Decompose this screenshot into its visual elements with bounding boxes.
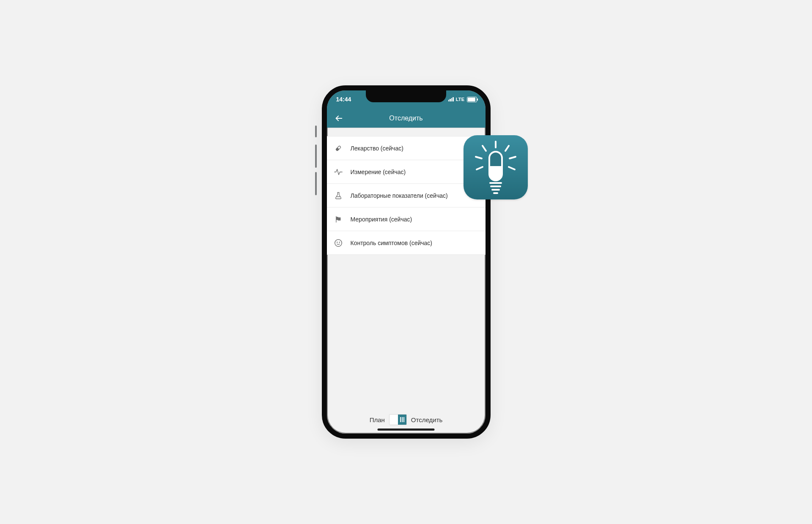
home-indicator[interactable] bbox=[378, 428, 435, 431]
svg-line-14 bbox=[509, 167, 515, 169]
svg-point-4 bbox=[339, 242, 340, 242]
row-medicine[interactable]: Лекарство (сейчас) bbox=[327, 136, 486, 160]
row-label: Лабораторные показатели (сейчас) bbox=[351, 192, 448, 199]
track-list: Лекарство (сейчас) Измерение (сейчас) Ла… bbox=[327, 136, 486, 255]
app-icon-overlay bbox=[464, 135, 528, 199]
svg-point-2 bbox=[335, 239, 342, 246]
view-toggle[interactable] bbox=[389, 414, 407, 425]
toggle-label-plan[interactable]: План bbox=[370, 416, 385, 423]
status-time: 14:44 bbox=[336, 96, 370, 103]
toggle-plan-side[interactable] bbox=[390, 415, 398, 425]
nav-bar: Отследить bbox=[327, 109, 486, 128]
svg-rect-5 bbox=[400, 417, 401, 422]
toggle-track-side[interactable] bbox=[398, 415, 406, 425]
svg-line-12 bbox=[510, 157, 516, 158]
signal-icon bbox=[448, 97, 454, 101]
page-title: Отследить bbox=[389, 115, 422, 122]
battery-icon bbox=[467, 97, 477, 102]
back-button[interactable] bbox=[330, 109, 347, 128]
row-events[interactable]: Мероприятия (сейчас) bbox=[327, 207, 486, 231]
flask-icon bbox=[334, 191, 343, 200]
row-lab[interactable]: Лабораторные показатели (сейчас) bbox=[327, 184, 486, 207]
svg-point-3 bbox=[337, 242, 337, 242]
svg-line-13 bbox=[477, 167, 483, 169]
svg-rect-7 bbox=[403, 417, 404, 422]
row-symptoms[interactable]: Контроль симптомов (сейчас) bbox=[327, 231, 486, 254]
pulse-icon bbox=[334, 167, 343, 177]
pill-icon bbox=[334, 144, 343, 153]
phone-notch bbox=[366, 90, 446, 102]
bars-icon bbox=[400, 417, 404, 422]
flag-icon bbox=[334, 215, 343, 224]
app-pill-icon bbox=[472, 140, 519, 195]
row-label: Мероприятия (сейчас) bbox=[351, 216, 412, 223]
arrow-left-icon bbox=[334, 114, 343, 123]
row-label: Измерение (сейчас) bbox=[351, 169, 406, 175]
toggle-label-track[interactable]: Отследить bbox=[411, 416, 442, 423]
row-label: Контроль симптомов (сейчас) bbox=[351, 240, 433, 246]
smile-icon bbox=[334, 238, 343, 248]
content-area: Лекарство (сейчас) Измерение (сейчас) Ла… bbox=[327, 128, 486, 434]
bottom-toggle: План Отследить bbox=[327, 414, 486, 425]
svg-line-11 bbox=[476, 157, 482, 158]
status-carrier: LTE bbox=[456, 97, 465, 102]
svg-line-10 bbox=[505, 146, 509, 151]
row-measurement[interactable]: Измерение (сейчас) bbox=[327, 160, 486, 184]
svg-rect-6 bbox=[402, 417, 403, 422]
phone-frame: 14:44 LTE Отследить bbox=[322, 85, 491, 439]
svg-line-9 bbox=[483, 146, 486, 151]
row-label: Лекарство (сейчас) bbox=[351, 145, 403, 152]
